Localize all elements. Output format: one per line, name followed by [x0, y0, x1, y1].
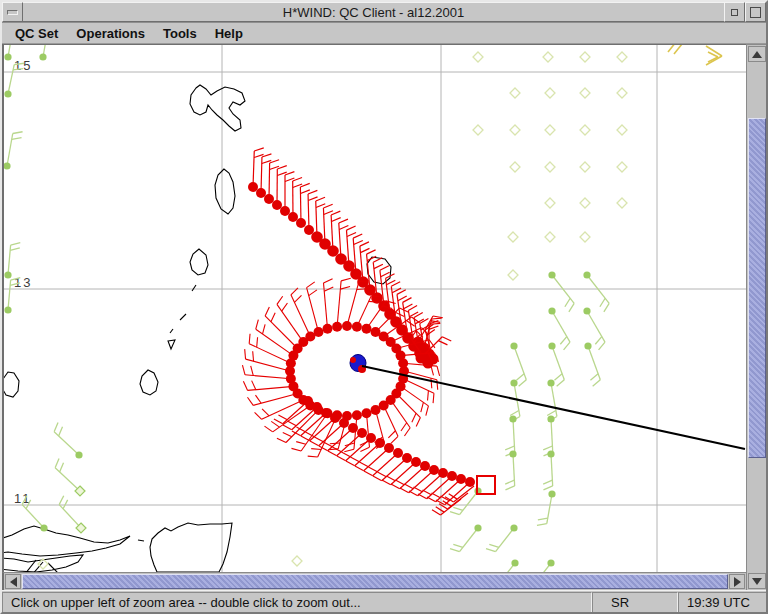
title-bar: H*WIND: QC Client - al12.2001	[2, 2, 766, 23]
latitude-label: 15	[14, 58, 32, 73]
yellow-obs	[668, 45, 722, 65]
menu-tools[interactable]: Tools	[154, 24, 206, 43]
map-canvas[interactable]: 151311	[2, 44, 746, 572]
down-arrow-icon	[752, 578, 762, 585]
green-wind-barbs	[4, 45, 609, 572]
status-bar: Click on upper left of zoom area -- doub…	[2, 590, 768, 613]
content-area: 151311	[2, 44, 768, 590]
maximize-button[interactable]	[745, 2, 766, 22]
menu-qc-set[interactable]: QC Set	[6, 24, 67, 43]
map-grid: 151311	[4, 45, 746, 572]
motion-line	[362, 366, 745, 449]
status-message: Click on upper left of zoom area -- doub…	[2, 592, 592, 613]
menu-operations[interactable]: Operations	[67, 24, 154, 43]
menu-help[interactable]: Help	[206, 24, 252, 43]
left-arrow-icon	[10, 577, 17, 587]
status-mode: SR	[592, 592, 678, 613]
vertical-scrollbar[interactable]	[746, 44, 766, 590]
window-menu-button[interactable]	[2, 2, 23, 22]
menu-bar: QC Set Operations Tools Help	[2, 23, 766, 44]
storm-motion-line	[362, 366, 745, 449]
window-menu-icon	[7, 10, 18, 15]
app-window: H*WIND: QC Client - al12.2001 QC Set Ope…	[0, 0, 768, 614]
maximize-icon	[750, 7, 761, 18]
scroll-down-button[interactable]	[748, 573, 766, 589]
vertical-scroll-thumb[interactable]	[748, 118, 766, 458]
status-time: 19:39 UTC	[678, 592, 768, 613]
red-flight-track	[242, 148, 495, 515]
minimize-icon	[731, 9, 738, 16]
latitude-label: 13	[14, 275, 32, 290]
right-arrow-icon	[734, 577, 741, 587]
horizontal-scrollbar[interactable]	[2, 572, 746, 590]
scroll-right-button[interactable]	[729, 574, 745, 589]
scroll-up-button[interactable]	[748, 46, 766, 62]
scroll-left-button[interactable]	[5, 574, 21, 589]
horizontal-scroll-thumb[interactable]	[22, 574, 728, 589]
up-arrow-icon	[752, 51, 762, 58]
window-title: H*WIND: QC Client - al12.2001	[23, 2, 724, 22]
storm-center	[350, 355, 366, 374]
minimize-button[interactable]	[724, 2, 745, 22]
pale-diamond-obs	[38, 52, 627, 569]
